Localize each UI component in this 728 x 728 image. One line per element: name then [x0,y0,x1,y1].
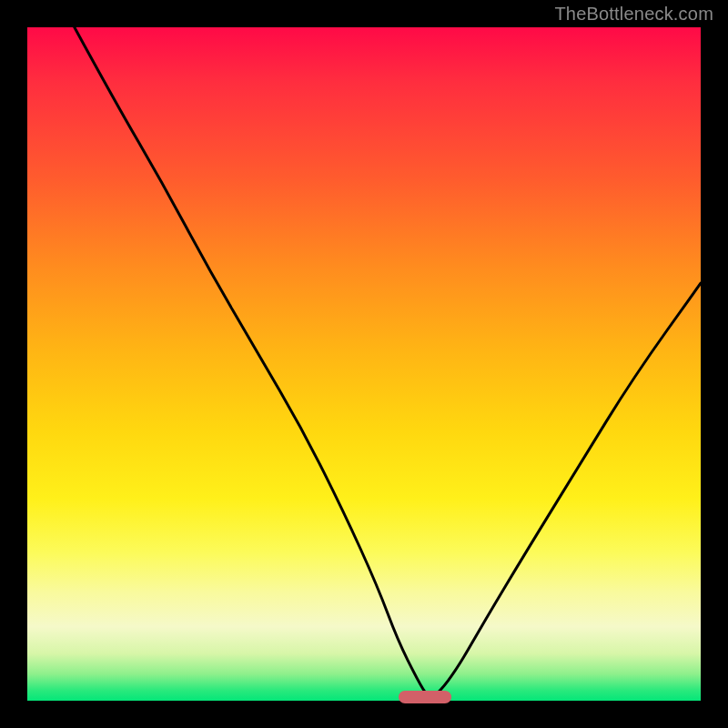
plot-area [27,27,701,701]
bottleneck-curve [27,27,701,701]
chart-frame: TheBottleneck.com [0,0,728,728]
optimal-point-marker [399,691,451,703]
watermark-text: TheBottleneck.com [554,4,713,25]
